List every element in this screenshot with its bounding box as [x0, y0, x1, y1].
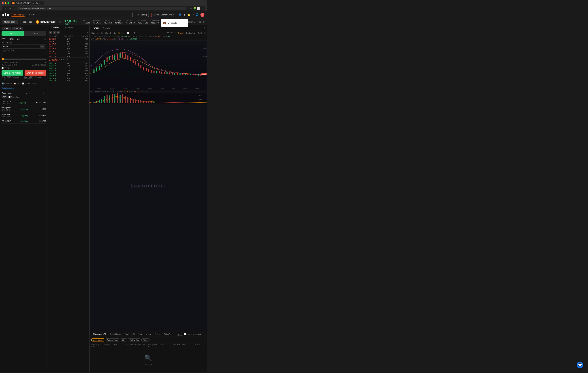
top-movers-info-icon[interactable]: ⓘ — [13, 92, 14, 94]
pair-selector[interactable]: ₿ BTCUSDT1209 ▾ ⓘ — [36, 20, 61, 24]
ask-row[interactable]: 17,019.61.436.08 — [48, 43, 89, 45]
demo-badge[interactable]: Demo trading — [11, 13, 25, 17]
vol-settings-icon[interactable]: ⚙ — [144, 90, 145, 92]
filter-trailing[interactable]: Trailing stop — [128, 338, 140, 341]
orderbook-menu-icon[interactable]: ⋮ — [85, 25, 89, 30]
ask-row[interactable]: 17,019.20.814.65 — [48, 45, 89, 48]
ob-precision[interactable]: 0.1 — [84, 32, 86, 33]
trading-bot-btn[interactable]: Trading bot — [21, 20, 33, 24]
mover-item[interactable]: KNC/USDT 12/06, 13:41 Large buy 369,587,… — [1, 99, 46, 106]
bottom-panel-menu-icon[interactable]: ⋮ — [203, 333, 205, 335]
tf-1h[interactable]: 1h — [109, 32, 113, 34]
tf-line[interactable]: Line — [91, 32, 95, 34]
close-button-order[interactable]: Close — [24, 31, 46, 36]
tf-4h[interactable]: 4h — [113, 32, 116, 34]
tf-1m[interactable]: 1m — [96, 32, 99, 34]
share-icon[interactable]: ⬆ — [187, 7, 189, 10]
layout-icon[interactable]: ⊞ — [199, 21, 201, 23]
filter-stop[interactable]: Stop — [121, 338, 127, 341]
download-icon[interactable]: ⬇ — [183, 13, 185, 16]
tab-order-book[interactable]: Order book — [48, 25, 62, 30]
bid-row[interactable]: 17,017.40.801.87 — [48, 65, 89, 67]
back-button[interactable]: ← — [4, 7, 7, 10]
more-button[interactable]: More › — [26, 92, 31, 94]
vol-close-icon[interactable]: ✕ — [146, 90, 147, 92]
filter-advanced[interactable]: Advanced limit — [106, 338, 119, 341]
order-type-info-icon[interactable]: ⓘ — [44, 38, 46, 40]
amount-input[interactable] — [3, 54, 45, 56]
cross-button[interactable]: Cross ▾ — [1, 27, 11, 30]
limit-order-btn[interactable]: Limit — [1, 37, 7, 40]
language-icon[interactable]: 🌐 — [196, 13, 199, 16]
all-filter-button[interactable]: All ▾ — [177, 333, 183, 336]
settings-icon[interactable]: ⚙ — [203, 21, 204, 23]
go-live-trading[interactable]: Go to live trading — [0, 86, 48, 90]
ask-row[interactable]: 17,017.61.101.10 — [48, 55, 89, 57]
fullscreen-icon[interactable]: ⤢ — [204, 32, 206, 34]
chart-grid-icon[interactable]: ⊞ — [203, 27, 205, 29]
tab-overview[interactable]: Overview — [101, 25, 113, 31]
tab-assets[interactable]: Assets — [153, 331, 162, 337]
open-button[interactable]: Open — [1, 31, 24, 36]
ask-row[interactable]: 17,018.20.692.69 — [48, 50, 89, 53]
bid-row[interactable]: 17,017.51.071.07 — [48, 62, 89, 65]
bid-row[interactable]: 17,013.61.267.25 — [48, 77, 89, 79]
extension-icon[interactable]: 🧩 — [193, 7, 196, 10]
close-button[interactable] — [2, 2, 4, 4]
forward-button[interactable]: → — [8, 7, 12, 10]
profile-icon[interactable]: ⬜ — [197, 7, 200, 10]
tf-5m[interactable]: 5m — [100, 32, 104, 34]
minimize-button[interactable] — [5, 2, 7, 4]
chart-candle-icon[interactable]: 🕯 — [122, 32, 125, 34]
chart-draw-icon[interactable]: ✏ — [130, 32, 133, 34]
trade-menu[interactable]: Trade ▾ — [28, 14, 34, 16]
my-assets-item[interactable]: 💼 My assets — [161, 20, 188, 26]
fees-btn[interactable]: 📋 Fees — [14, 83, 20, 85]
bid-row[interactable]: 17,015.01.235.99 — [48, 75, 89, 77]
amount-slider[interactable] — [1, 58, 46, 60]
url-input[interactable]: okx.com/trade-futures/btc-usdt-221209 — [17, 7, 186, 10]
short-button[interactable]: Short (Demo trading) — [25, 70, 46, 76]
tab-close-icon[interactable]: ✕ — [41, 2, 42, 4]
reload-button[interactable]: ↻ — [13, 7, 16, 10]
ask-row[interactable]: 17,018.71.153.84 — [48, 48, 89, 50]
help-icon[interactable]: ? — [192, 13, 194, 16]
style-tradingview[interactable]: TradingView — [185, 32, 196, 34]
tab-bots[interactable]: Bots (7) — [162, 331, 172, 337]
vol-eye-icon[interactable]: 👁 — [142, 90, 143, 92]
active-tab[interactable]: O 17,019.2 BTCUSDT1209 | Buy... ✕ — [10, 1, 44, 5]
avatar[interactable]: J — [200, 13, 204, 17]
style-depth[interactable]: Depth — [197, 32, 203, 34]
tab-open-orders[interactable]: Open orders (0) — [91, 331, 108, 337]
calculator-btn[interactable]: 🔢 Calculator — [1, 83, 12, 85]
tab-order-history[interactable]: Order history — [108, 331, 123, 337]
tf-1w[interactable]: 1W — [117, 32, 121, 34]
menu-icon[interactable]: ⋮ — [201, 7, 203, 10]
long-button[interactable]: Long (Demo trading) — [1, 70, 23, 76]
ob-view-asks[interactable]: ▬ — [56, 31, 60, 34]
bid-row[interactable]: 17,017.30.932.80 — [48, 67, 89, 69]
ask-row[interactable]: 17,020.71.027.10 — [48, 40, 89, 43]
bookmark-icon[interactable]: ☆ — [190, 7, 192, 10]
mover-item[interactable]: YFII/USDT 12/06, 13:41 Large buy 66,622 — [1, 106, 46, 112]
filter-trigger[interactable]: Trigger — [141, 338, 149, 341]
live-trading-button[interactable]: ← Live trading — [132, 13, 149, 17]
current-instrument-checkbox[interactable] — [184, 333, 186, 335]
style-original[interactable]: Original — [177, 32, 184, 34]
price-input[interactable] — [3, 45, 40, 48]
bbo-button[interactable]: BBO — [40, 45, 45, 48]
notification-icon[interactable]: 🔔 — [187, 13, 190, 16]
fullscreen-button[interactable] — [7, 2, 9, 4]
ma-eye-icon[interactable]: 👁 — [125, 38, 127, 40]
tf-15m[interactable]: 15m — [104, 32, 109, 34]
tab-last-trades[interactable]: Last trades — [62, 25, 75, 30]
ma-settings-icon[interactable]: ✕ — [127, 38, 128, 40]
chart-settings-icon[interactable]: ⚙ — [133, 32, 136, 34]
ask-row[interactable]: 17,017.70.902.00 — [48, 53, 89, 55]
bid-row[interactable]: 17,011.81.288.53 — [48, 79, 89, 82]
bid-row[interactable]: 17,015.91.084.76 — [48, 72, 89, 75]
position-builder-btn[interactable]: 📊 Position builder — [22, 83, 37, 85]
manual-trading-btn[interactable]: Manual trading — [2, 20, 18, 24]
ask-row[interactable]: 17,022.00.867.96 — [48, 38, 89, 40]
mover-item[interactable]: ETH/USDT 12/06, 13:40 Large buy 610,893 — [1, 112, 46, 119]
